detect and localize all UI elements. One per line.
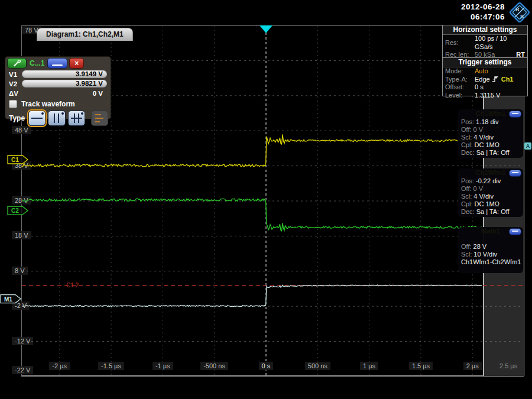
scl-label: Scl: — [461, 251, 472, 258]
dec-label: Dec: — [461, 208, 475, 216]
off-label: Off: — [461, 126, 472, 134]
svg-text:C2: C2 — [11, 207, 19, 214]
trigger-settings-title: Trigger settings — [443, 58, 527, 67]
trigger-offset-label: Offset: — [445, 83, 475, 92]
trigger-offset-value: 0 s — [475, 83, 484, 92]
cursor-line-label: C1.2 — [66, 282, 79, 288]
pos-value: -0.22 div — [476, 177, 501, 185]
x-axis-label: 2.5 µs — [497, 362, 520, 370]
x-axis-label: 1.5 µs — [409, 362, 433, 370]
coupled-cursor-type-button[interactable] — [91, 111, 108, 126]
x-axis-label: -2 µs — [49, 362, 70, 370]
diagram-tab[interactable]: Diagram1: Ch1,Ch2,M1 — [37, 28, 133, 41]
cross-cursor-icon — [71, 118, 82, 119]
svg-text:M1: M1 — [4, 296, 12, 303]
date-label: 2012-06-28 — [461, 2, 505, 12]
signal-box-math1[interactable]: Math1 Off:28 V Scl:10 V/div Ch1Wfm1-Ch2W… — [458, 227, 523, 273]
waveform-ch2wfm1[interactable] — [22, 199, 482, 231]
pos-value: 1.18 div — [476, 118, 499, 126]
v1-label: V1 — [9, 71, 22, 78]
v2-label: V2 — [9, 80, 22, 87]
off-label: Off: — [461, 185, 472, 193]
cursor-dialog[interactable]: C...1 × V1 3.9149 V V2 3.9821 V ΔV 0 V T… — [5, 56, 111, 119]
trigger-source-value: Ch1 — [501, 76, 514, 84]
x-axis-label: 1 µs — [360, 362, 378, 370]
trigger-type-value: Edge — [475, 76, 490, 84]
v1-row: V1 3.9149 V — [5, 69, 111, 79]
wrench-icon — [13, 60, 21, 67]
scl-label: Scl: — [461, 134, 472, 141]
selector-dot — [41, 112, 44, 115]
x-axis-label: -500 ns — [200, 362, 228, 370]
channel-tag-C1[interactable]: C1 — [8, 155, 28, 164]
channel-tag-C2[interactable]: C2 — [8, 206, 28, 215]
minimize-button[interactable] — [47, 58, 67, 69]
cpl-value: DC 1MΩ — [475, 200, 499, 208]
delta-v-value: 0 V — [22, 90, 107, 97]
signal-box-ch1wfm1[interactable]: Ch1Wfm1 Pos:1.18 div Off:0 V Scl:4 V/div… — [458, 109, 523, 158]
rising-edge-icon — [492, 76, 499, 83]
horizontal-cursor-icon — [31, 118, 43, 119]
x-axis-label: 500 ns — [305, 362, 330, 370]
selector-dot — [61, 112, 64, 115]
cpl-label: Cpl: — [461, 200, 473, 208]
x-axis-label: 2 µs — [463, 362, 482, 370]
vertical-cursor-icon — [54, 113, 55, 123]
svg-text:C1: C1 — [11, 157, 19, 163]
logo-letter-r: R — [515, 7, 520, 12]
coupled-cursor-icon — [95, 114, 101, 115]
signal-box-header[interactable]: Ch2Wfm1 — [458, 168, 523, 177]
res-label: Res: — [445, 39, 475, 47]
cursor-type-label: Type — [9, 114, 26, 122]
track-waveform-row: Track waveform — [5, 98, 111, 108]
math-expression: Ch1Wfm1-Ch2Wfm1 — [461, 258, 521, 266]
scl-value: 10 V/div — [473, 251, 497, 258]
v1-value-field[interactable]: 3.9149 V — [22, 70, 107, 78]
signal-box-header[interactable]: Ch1Wfm1 — [458, 109, 523, 118]
trigger-position-marker[interactable] — [259, 25, 273, 33]
trigger-mode-value: Auto — [475, 67, 488, 76]
dec-value: Sa | TA: Off — [476, 149, 510, 157]
scl-label: Scl: — [461, 193, 472, 200]
trigger-type-label: Type-A: — [445, 76, 475, 84]
minimize-button[interactable] — [509, 111, 521, 118]
dec-label: Dec: — [461, 149, 475, 157]
signal-box-title: Ch2Wfm1 — [476, 169, 506, 176]
minimize-button[interactable] — [509, 228, 521, 235]
trigger-settings-panel[interactable]: Trigger settings Mode: Auto Type-A: Edge… — [442, 57, 528, 96]
track-waveform-checkbox[interactable] — [9, 100, 17, 108]
scl-value: 4 V/div — [473, 134, 494, 141]
logo-letter-s: S — [520, 14, 524, 20]
cursor-type-row: Type — [5, 108, 111, 126]
off-value: 0 V — [473, 126, 484, 134]
rs-logo: R S — [508, 1, 531, 24]
pos-label: Pos: — [461, 118, 474, 126]
delta-v-label: ΔV — [9, 90, 22, 97]
horizontal-cursor-type-button[interactable] — [28, 111, 46, 126]
trigger-mode-label: Mode: — [445, 67, 475, 76]
cpl-label: Cpl: — [461, 141, 473, 149]
close-button[interactable]: × — [69, 58, 84, 69]
time-label: 06:47:06 — [461, 12, 505, 22]
track-waveform-label: Track waveform — [21, 100, 75, 108]
horizontal-settings-panel[interactable]: Horizontal settings Res: 100 ps / 10 GSa… — [442, 25, 528, 58]
off-value: 28 V — [473, 243, 487, 251]
waveform-math1[interactable] — [22, 285, 482, 307]
minimize-button[interactable] — [509, 170, 521, 177]
x-axis-label: -1.5 µs — [98, 362, 124, 370]
off-value: 0 V — [473, 185, 484, 193]
res-value: 100 ps / 10 GSa/s — [475, 35, 525, 51]
delta-v-row: ΔV 0 V — [5, 88, 111, 98]
signal-box-header[interactable]: Math1 — [458, 227, 523, 236]
cross-cursor-type-button[interactable] — [68, 111, 85, 126]
vertical-cursor-type-button[interactable] — [48, 111, 65, 126]
v2-value-field[interactable]: 3.9821 V — [22, 80, 107, 87]
trigger-level-marker[interactable]: A — [524, 142, 531, 150]
signal-box-ch2wfm1[interactable]: Ch2Wfm1 Pos:-0.22 div Off:0 V Scl:4 V/di… — [458, 168, 523, 217]
x-axis-label: -1 µs — [153, 362, 173, 370]
settings-button[interactable] — [7, 58, 27, 69]
v2-row: V2 3.9821 V — [5, 79, 111, 88]
channel-tag-M1[interactable]: M1 — [1, 295, 21, 303]
trigger-level-label: Level: — [445, 92, 475, 100]
waveform-ch1wfm1[interactable] — [22, 134, 482, 167]
